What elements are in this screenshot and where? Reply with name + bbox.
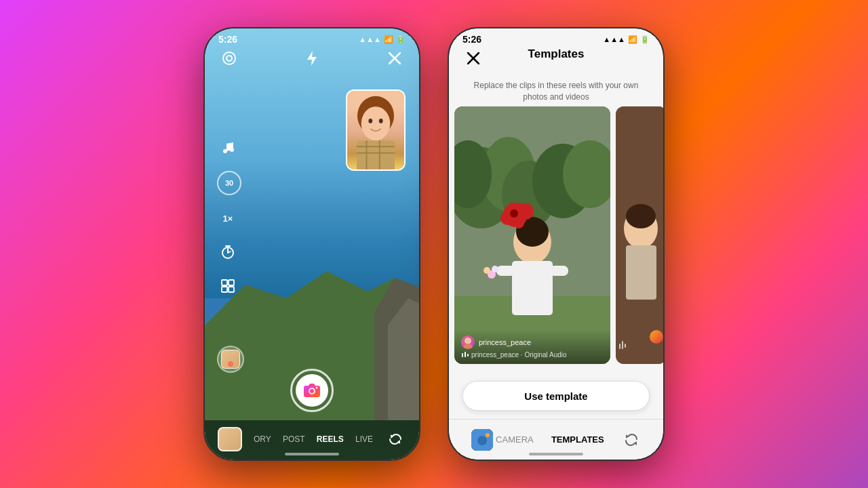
svg-rect-25 [229, 280, 234, 285]
nav-story[interactable]: ORY [254, 434, 271, 444]
nav-templates-label: TEMPLATES [551, 434, 604, 445]
templates-wifi-icon: 📶 [628, 35, 637, 44]
svg-rect-69 [625, 344, 626, 348]
camera-topbar [205, 47, 419, 69]
shutter-area [205, 369, 419, 412]
nav-templates-item[interactable]: TEMPLATES [551, 434, 604, 445]
templates-close-button[interactable] [462, 47, 484, 69]
svg-rect-48 [496, 266, 515, 276]
svg-rect-68 [622, 341, 623, 349]
timer-label: 30 [225, 179, 233, 187]
templates-subtitle: Replace the clips in these reels with yo… [449, 80, 663, 103]
template-card-side[interactable] [616, 106, 663, 364]
svg-point-56 [513, 218, 524, 228]
main-card-content: princess_peace princess_peace · Original… [454, 106, 610, 364]
template-username: princess_peace [479, 338, 531, 346]
svg-point-12 [379, 119, 383, 123]
svg-rect-66 [626, 245, 656, 300]
template-user-row: princess_peace [461, 336, 604, 349]
svg-rect-61 [465, 352, 466, 357]
shutter-button[interactable] [290, 369, 334, 412]
svg-point-4 [223, 52, 235, 64]
svg-rect-27 [229, 287, 234, 292]
templates-scroll: princess_peace princess_peace · Original… [449, 106, 663, 364]
gallery-thumbnail[interactable] [218, 427, 242, 451]
nav-reels[interactable]: REELS [317, 434, 344, 444]
home-indicator-2 [529, 453, 583, 455]
nav-live[interactable]: LIVE [355, 434, 373, 444]
svg-rect-13 [357, 140, 395, 169]
templates-battery-icon: 🔋 [640, 35, 650, 44]
template-avatar [461, 336, 475, 349]
use-template-button[interactable]: Use template [462, 381, 650, 411]
nav-camera-icon [471, 429, 493, 451]
shutter-inner [296, 374, 328, 407]
svg-rect-24 [222, 280, 227, 285]
svg-point-59 [463, 344, 473, 349]
templates-status-time: 5:26 [462, 34, 481, 45]
svg-marker-74 [626, 434, 629, 439]
svg-point-52 [492, 266, 498, 272]
music-button[interactable] [217, 137, 239, 159]
svg-rect-26 [222, 287, 227, 292]
battery-icon: 🔋 [396, 35, 406, 44]
template-audio-text: princess_peace · Original Audio [471, 351, 567, 359]
side-card-content [616, 106, 663, 364]
svg-point-11 [368, 119, 372, 123]
svg-point-54 [517, 203, 534, 220]
camera-side-controls: 30 1× [217, 137, 241, 297]
svg-rect-49 [549, 266, 568, 276]
svg-point-5 [226, 56, 232, 61]
flip-camera-button[interactable] [384, 428, 406, 450]
nav-camera-label: CAMERA [496, 434, 534, 445]
speed-button[interactable]: 1× [217, 207, 239, 229]
templates-topbar: Templates [449, 47, 663, 61]
settings-button[interactable] [218, 47, 240, 69]
svg-rect-62 [467, 354, 469, 357]
svg-point-57 [510, 209, 518, 218]
self-preview-thumbnail [346, 89, 406, 171]
use-template-label: Use template [524, 390, 587, 402]
nav-camera-item[interactable]: CAMERA [471, 429, 534, 451]
svg-point-18 [223, 149, 227, 153]
templates-title: Templates [528, 47, 585, 61]
svg-marker-6 [307, 51, 317, 66]
nav-post[interactable]: POST [283, 434, 305, 444]
nav-flip-icon[interactable] [622, 431, 641, 449]
template-overlay: princess_peace princess_peace · Original… [454, 330, 610, 364]
countdown-button[interactable] [217, 241, 239, 263]
self-preview-face [347, 91, 404, 169]
svg-marker-31 [309, 384, 315, 386]
svg-point-65 [626, 204, 656, 228]
svg-marker-75 [634, 441, 637, 445]
templates-signal-icon: ▲▲▲ [603, 35, 625, 43]
status-icons: ▲▲▲ 📶 🔋 [359, 35, 406, 44]
svg-point-73 [486, 433, 490, 437]
status-bar: 5:26 ▲▲▲ 📶 🔋 [205, 28, 419, 47]
timer-button[interactable]: 30 [217, 171, 241, 195]
svg-rect-67 [619, 344, 620, 349]
wifi-icon: 📶 [384, 35, 393, 44]
svg-point-32 [316, 387, 318, 389]
phone-camera: 5:26 ▲▲▲ 📶 🔋 [203, 27, 420, 461]
flash-button[interactable] [301, 47, 323, 69]
status-time: 5:26 [218, 34, 237, 45]
svg-point-10 [361, 106, 391, 140]
side-template-avatar [650, 330, 663, 344]
svg-point-72 [477, 436, 487, 445]
svg-point-51 [484, 267, 490, 274]
phone-templates: 5:26 ▲▲▲ 📶 🔋 Templates Replace the clips… [448, 27, 665, 461]
svg-rect-47 [512, 261, 553, 315]
svg-point-58 [465, 338, 471, 344]
template-card-main[interactable]: princess_peace princess_peace · Original… [454, 106, 610, 364]
templates-status-icons: ▲▲▲ 📶 🔋 [603, 35, 650, 44]
home-indicator [285, 453, 339, 455]
template-audio: princess_peace · Original Audio [461, 350, 604, 359]
signal-icon: ▲▲▲ [359, 35, 381, 43]
svg-point-30 [310, 389, 314, 393]
speed-label: 1× [223, 214, 233, 224]
close-button[interactable] [384, 47, 406, 69]
svg-point-19 [230, 148, 234, 152]
svg-rect-60 [462, 353, 463, 357]
layout-button[interactable] [217, 275, 239, 297]
